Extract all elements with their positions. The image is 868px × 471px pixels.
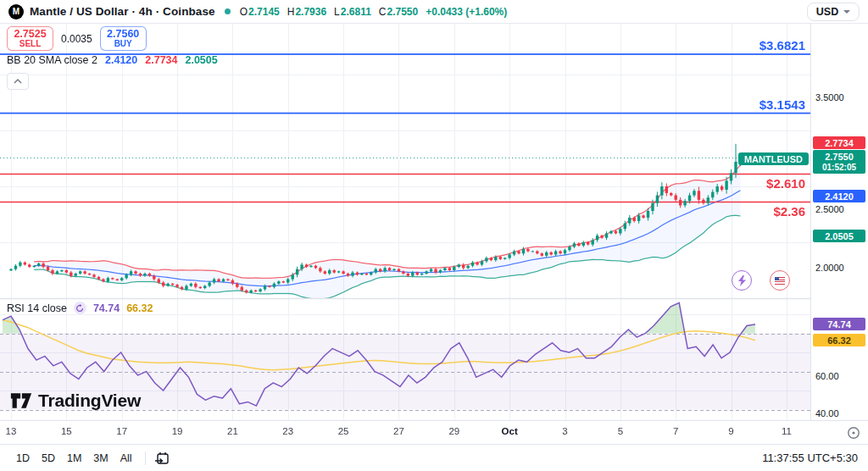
high-label: H	[287, 6, 295, 18]
time-axis-label: 27	[386, 426, 411, 436]
level-label-3-1543: $3.1543	[760, 97, 805, 112]
price-tick: 2.0000	[815, 263, 844, 273]
buy-button[interactable]: 2.7560 BUY	[100, 26, 147, 51]
rsi-value: 74.74	[93, 302, 120, 314]
symbol-header: M Mantle / US Dollar · 4h · Coinbase O2.…	[0, 0, 868, 24]
bb-upper-badge: 2.7734	[813, 136, 865, 149]
change-value: +0.0433 (+1.60%)	[426, 6, 507, 18]
chart-canvas[interactable]	[0, 24, 810, 420]
clock-timezone-button[interactable]: 11:37:55 UTC+5:30	[762, 452, 858, 464]
low-value: 2.6811	[341, 6, 371, 18]
price-tick: 2.5000	[815, 204, 844, 214]
range-5d-button[interactable]: 5D	[36, 449, 61, 468]
time-axis-label: 29	[442, 426, 467, 436]
watermark-text: TradingView	[38, 391, 141, 411]
collapse-legend-button[interactable]	[7, 73, 29, 90]
symbol-price-tag: MANTLEUSD	[738, 152, 809, 165]
buy-label: BUY	[114, 40, 132, 49]
close-value: 2.7550	[387, 6, 419, 18]
bb-lower-badge: 2.0505	[813, 230, 865, 242]
tradingview-logo-icon	[10, 392, 32, 409]
tradingview-chart-window: M Mantle / US Dollar · 4h · Coinbase O2.…	[0, 0, 868, 471]
spread-value: 0.0035	[61, 33, 92, 45]
mantle-logo-icon: M	[8, 4, 24, 19]
bb-lower-value: 2.0505	[185, 54, 217, 66]
time-axis-label: 13	[0, 426, 24, 436]
time-axis-label: 21	[220, 426, 245, 436]
market-open-dot-icon	[225, 8, 231, 14]
range-3m-button[interactable]: 3M	[87, 449, 114, 468]
price-tick: 3.5000	[815, 92, 844, 103]
time-axis-label: 15	[53, 426, 79, 436]
time-axis-label: 3	[553, 426, 578, 436]
rsi-value-badge: 74.74	[813, 318, 865, 330]
currency-dropdown[interactable]: USD	[807, 3, 860, 21]
rsi-refresh-icon	[74, 302, 86, 314]
buy-price: 2.7560	[107, 29, 139, 40]
trade-panel: 2.7525 SELL 0.0035 2.7560 BUY	[7, 26, 147, 51]
rsi-legend-title: RSI 14 close	[7, 302, 67, 314]
last-price-badge: 2.7550 01:52:05	[813, 150, 865, 174]
time-axis-label: 7	[663, 426, 688, 436]
symbol-title[interactable]: Mantle / US Dollar · 4h · Coinbase	[30, 5, 215, 18]
bb-basis-value: 2.4120	[105, 54, 137, 66]
rsi-indicator-legend[interactable]: RSI 14 close 74.74 66.32	[7, 302, 153, 314]
close-label: C	[379, 6, 387, 18]
sell-price: 2.7525	[14, 29, 46, 40]
open-label: O	[240, 6, 248, 18]
rsi-ma-badge: 66.32	[813, 334, 865, 346]
time-axis-label: 19	[164, 426, 190, 436]
rsi-tick: 40.00	[815, 408, 839, 418]
bottom-toolbar: 1D 5D 1M 3M All 11:37:55 UTC+5:30	[0, 444, 868, 471]
us-flag-icon	[775, 277, 785, 285]
open-value: 2.7145	[248, 6, 280, 18]
currency-label: USD	[816, 6, 838, 18]
time-axis-label: 9	[719, 426, 744, 436]
time-axis-label: 25	[331, 426, 356, 436]
time-axis-label: Oct	[497, 426, 522, 436]
high-value: 2.7936	[295, 6, 326, 18]
level-label-2-610: $2.610	[766, 176, 805, 191]
sell-button[interactable]: 2.7525 SELL	[7, 26, 53, 51]
time-axis-label: 17	[109, 426, 135, 436]
toolbar-divider	[145, 452, 146, 465]
range-1m-button[interactable]: 1M	[61, 449, 87, 468]
bb-legend-title: BB 20 SMA close 2	[7, 54, 97, 66]
lightning-bubble[interactable]	[732, 270, 752, 291]
time-axis-label: 23	[275, 426, 301, 436]
timezone-gear-icon[interactable]	[846, 425, 861, 441]
rsi-tick: 60.00	[815, 371, 839, 381]
time-axis-label: 11	[774, 426, 799, 436]
bb-basis-badge: 2.4120	[813, 190, 865, 202]
low-label: L	[334, 6, 340, 18]
calendar-goto-icon	[154, 451, 170, 466]
rsi-ma-value: 66.32	[126, 302, 153, 314]
us-flag-bubble[interactable]	[770, 270, 790, 291]
last-price-value: 2.7550	[825, 152, 854, 162]
chevron-up-icon	[14, 79, 22, 84]
range-1d-button[interactable]: 1D	[10, 449, 36, 468]
time-axis-label: 5	[608, 426, 633, 436]
level-label-2-36: $2.36	[773, 204, 805, 219]
ohlc-values: O2.7145 H2.7936 L2.6811 C2.7550 +0.0433 …	[240, 6, 508, 18]
tradingview-watermark: TradingView	[10, 391, 141, 411]
chevron-down-icon	[843, 10, 850, 14]
bar-countdown: 01:52:05	[822, 163, 856, 172]
go-to-date-button[interactable]	[154, 451, 170, 466]
bb-indicator-legend[interactable]: BB 20 SMA close 2 2.4120 2.7734 2.0505	[7, 54, 218, 66]
level-label-3-6821: $3.6821	[760, 38, 805, 53]
price-scale[interactable]: 3.5000 3.0000 2.5000 2.0000 80.00 60.00 …	[810, 24, 868, 420]
sell-label: SELL	[19, 40, 42, 49]
lightning-icon	[737, 275, 747, 286]
range-all-button[interactable]: All	[114, 449, 138, 468]
bb-upper-value: 2.7734	[145, 54, 177, 66]
time-axis[interactable]: 131517192123252729Oct357911	[0, 420, 868, 444]
